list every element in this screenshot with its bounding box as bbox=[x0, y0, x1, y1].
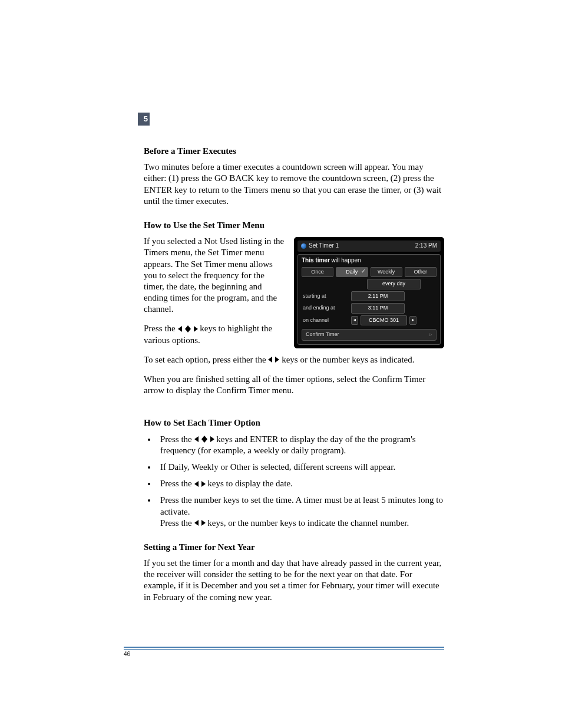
tv-opt-daily[interactable]: Daily✓ bbox=[336, 267, 368, 278]
dpad-lr-icon bbox=[194, 481, 206, 487]
section-next-year: Setting a Timer for Next Year If you set… bbox=[144, 542, 444, 603]
channel-prev-icon[interactable]: ◂ bbox=[351, 316, 358, 325]
chapter-tab: 5 bbox=[138, 113, 150, 126]
list-item: Press the keys and ENTER to display the … bbox=[157, 434, 444, 456]
dpad-all-icon bbox=[194, 436, 214, 443]
globe-icon bbox=[301, 243, 306, 249]
arrow-left-icon bbox=[194, 520, 199, 526]
section-set-timer-menu: How to Use the Set Timer Menu Set Timer … bbox=[144, 220, 444, 404]
checkmark-icon: ✓ bbox=[361, 268, 366, 275]
tv-label-start: starting at bbox=[302, 293, 349, 300]
footer-rule bbox=[124, 647, 444, 650]
tv-caption: This timer will happen bbox=[302, 257, 437, 265]
page-content: Before a Timer Executes Two minutes befo… bbox=[144, 146, 444, 616]
tv-value-end[interactable]: 3:11 PM bbox=[351, 303, 405, 314]
tv-every-day[interactable]: every day bbox=[367, 279, 421, 289]
list-item: Press the number keys to set the time. A… bbox=[157, 495, 444, 529]
tv-value-start[interactable]: 2:11 PM bbox=[351, 291, 405, 302]
bullet-list: Press the keys and ENTER to display the … bbox=[144, 434, 444, 529]
tv-label-end: and ending at bbox=[302, 305, 349, 312]
tv-opt-once[interactable]: Once bbox=[302, 267, 333, 278]
heading-next-year: Setting a Timer for Next Year bbox=[144, 542, 444, 553]
body-text: To set each option, press either the key… bbox=[144, 354, 444, 365]
arrow-right-icon bbox=[210, 436, 214, 442]
arrow-left-icon bbox=[178, 326, 182, 332]
arrow-right-icon bbox=[201, 481, 206, 487]
arrow-left-icon bbox=[268, 357, 272, 363]
section-before-timer: Before a Timer Executes Two minutes befo… bbox=[144, 146, 444, 207]
heading-before-timer: Before a Timer Executes bbox=[144, 146, 444, 157]
tv-screenshot: Set Timer 1 2:13 PM This timer will happ… bbox=[294, 237, 444, 348]
heading-set-timer-menu: How to Use the Set Timer Menu bbox=[144, 220, 444, 231]
dpad-all-icon bbox=[178, 325, 198, 332]
tv-value-channel[interactable]: CBCMO 301 bbox=[361, 315, 407, 326]
arrow-down-icon bbox=[201, 439, 207, 443]
tv-frequency-row: Once Daily✓ Weekly Other bbox=[302, 267, 437, 278]
tv-body: This timer will happen Once Daily✓ Weekl… bbox=[297, 254, 441, 345]
section-set-each-option: How to Set Each Timer Option Press the k… bbox=[144, 417, 444, 529]
arrow-right-icon bbox=[194, 326, 198, 332]
body-text: If you set the timer for a month and day… bbox=[144, 558, 444, 603]
body-text: Two minutes before a timer executes a co… bbox=[144, 162, 444, 207]
arrow-down-icon bbox=[185, 329, 191, 332]
list-item: If Daily, Weekly or Other is selected, d… bbox=[157, 462, 444, 473]
heading-set-each-option: How to Set Each Timer Option bbox=[144, 417, 444, 429]
body-text: When you are finished setting all of the… bbox=[144, 374, 444, 396]
arrow-right-icon bbox=[201, 520, 206, 526]
channel-next-icon[interactable]: ▸ bbox=[409, 316, 416, 325]
dpad-lr-icon bbox=[268, 357, 279, 363]
tv-opt-weekly[interactable]: Weekly bbox=[371, 267, 402, 278]
tv-title: Set Timer 1 bbox=[309, 242, 339, 250]
tv-clock: 2:13 PM bbox=[415, 242, 437, 250]
tv-opt-other[interactable]: Other bbox=[405, 267, 437, 278]
arrow-left-icon bbox=[194, 436, 199, 442]
page-number: 46 bbox=[124, 651, 130, 657]
list-item: Press the keys to display the date. bbox=[157, 478, 444, 489]
confirm-arrow-icon: ▹ bbox=[429, 331, 432, 338]
dpad-lr-icon bbox=[194, 520, 206, 526]
tv-confirm-timer[interactable]: Confirm Timer ▹ bbox=[302, 329, 437, 341]
tv-label-channel: on channel bbox=[302, 317, 349, 324]
arrow-left-icon bbox=[194, 481, 199, 487]
tv-header: Set Timer 1 2:13 PM bbox=[297, 241, 441, 252]
arrow-right-icon bbox=[275, 357, 279, 363]
